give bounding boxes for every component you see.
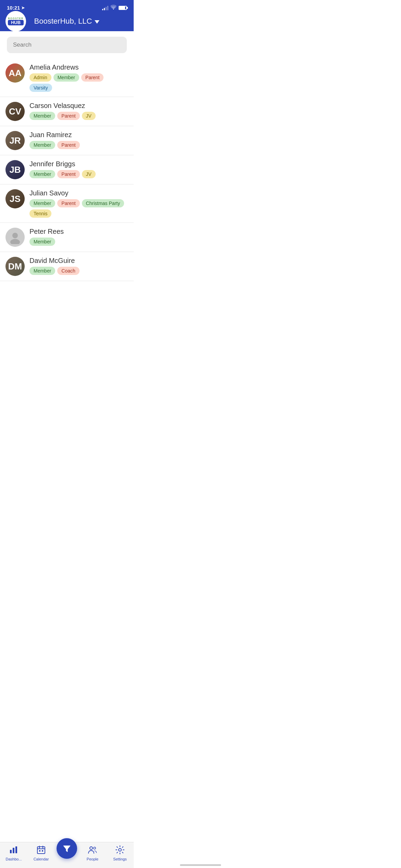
- person-name: Amelia Andrews: [29, 63, 128, 71]
- tag: Christmas Party: [82, 199, 124, 207]
- avatar: AA: [5, 63, 25, 83]
- tag: Member: [29, 199, 55, 207]
- tag: Parent: [57, 170, 80, 178]
- tag: Member: [29, 112, 55, 120]
- logo-hub: HUB: [8, 20, 23, 25]
- logo-circle: BOOSTER HUB: [5, 11, 26, 32]
- tag: Member: [29, 170, 55, 178]
- person-info: Peter ReesMember: [29, 228, 128, 246]
- person-tags: MemberCoach: [29, 267, 128, 275]
- avatar: JB: [5, 160, 25, 179]
- svg-point-0: [12, 233, 18, 238]
- list-item[interactable]: JRJuan RamirezMemberParent: [0, 126, 134, 155]
- list-item[interactable]: DMDavid McGuireMemberCoach: [0, 252, 134, 281]
- location-icon: ➤: [21, 5, 25, 10]
- person-tags: MemberParentJV: [29, 170, 128, 178]
- tag: Admin: [29, 73, 51, 82]
- person-info: Jennifer BriggsMemberParentJV: [29, 160, 128, 178]
- search-input[interactable]: [7, 37, 127, 53]
- tag: Member: [29, 267, 55, 275]
- list-item[interactable]: Peter ReesMember: [0, 223, 134, 252]
- tag: Parent: [81, 73, 104, 82]
- avatar: DM: [5, 257, 25, 276]
- person-info: Juan RamirezMemberParent: [29, 131, 128, 149]
- status-icons: [102, 5, 127, 11]
- search-container: [0, 31, 134, 59]
- person-name: Carson Velasquez: [29, 102, 128, 110]
- tag: JV: [82, 112, 96, 120]
- list-item[interactable]: JSJulian SavoyMemberParentChristmas Part…: [0, 184, 134, 223]
- person-tags: MemberParentChristmas PartyTennis: [29, 199, 128, 218]
- header-title[interactable]: BoosterHub, LLC: [34, 17, 100, 26]
- tag: JV: [82, 170, 96, 178]
- avatar: JR: [5, 131, 25, 150]
- status-time: 10:21 ➤: [7, 5, 25, 11]
- list-item[interactable]: AAAmelia AndrewsAdminMemberParentVarsity: [0, 59, 134, 97]
- tag: Member: [29, 238, 55, 246]
- logo: BOOSTER HUB: [5, 11, 26, 32]
- tag: Coach: [57, 267, 79, 275]
- person-name: Peter Rees: [29, 228, 128, 236]
- person-info: Julian SavoyMemberParentChristmas PartyT…: [29, 189, 128, 218]
- tag: Member: [29, 141, 55, 149]
- tag: Parent: [57, 112, 80, 120]
- svg-point-1: [10, 239, 20, 244]
- list-item[interactable]: CVCarson VelasquezMemberParentJV: [0, 97, 134, 126]
- person-name: Julian Savoy: [29, 189, 128, 197]
- tag: Parent: [57, 199, 80, 207]
- tag: Tennis: [29, 209, 51, 218]
- person-tags: MemberParentJV: [29, 112, 128, 120]
- app-header: BOOSTER HUB BoosterHub, LLC: [0, 13, 134, 31]
- wifi-icon: [110, 5, 117, 11]
- person-info: Amelia AndrewsAdminMemberParentVarsity: [29, 63, 128, 92]
- people-list: AAAmelia AndrewsAdminMemberParentVarsity…: [0, 59, 134, 281]
- avatar: JS: [5, 189, 25, 208]
- person-info: Carson VelasquezMemberParentJV: [29, 102, 128, 120]
- time-display: 10:21: [7, 5, 20, 11]
- battery-icon: [119, 6, 127, 10]
- avatar: [5, 228, 25, 247]
- avatar: CV: [5, 102, 25, 121]
- person-name: Juan Ramirez: [29, 131, 128, 139]
- logo-booster: BOOSTER: [8, 17, 23, 20]
- tag: Parent: [57, 141, 80, 149]
- org-name: BoosterHub, LLC: [34, 17, 92, 26]
- list-item[interactable]: JBJennifer BriggsMemberParentJV: [0, 155, 134, 184]
- person-info: David McGuireMemberCoach: [29, 257, 128, 275]
- person-tags: AdminMemberParentVarsity: [29, 73, 128, 92]
- tag: Member: [53, 73, 79, 82]
- person-tags: Member: [29, 238, 128, 246]
- tag: Varsity: [29, 84, 52, 92]
- chevron-down-icon: [95, 17, 99, 26]
- person-tags: MemberParent: [29, 141, 128, 149]
- person-name: Jennifer Briggs: [29, 160, 128, 168]
- person-name: David McGuire: [29, 257, 128, 265]
- signal-icon: [102, 5, 108, 10]
- main-content: AAAmelia AndrewsAdminMemberParentVarsity…: [0, 31, 134, 312]
